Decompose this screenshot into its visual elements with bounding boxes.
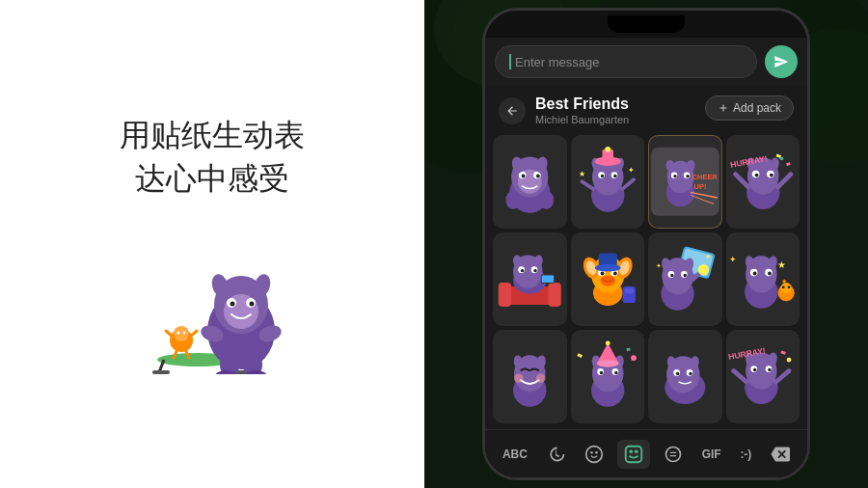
svg-point-127 [698,264,709,275]
svg-text:★: ★ [578,171,584,179]
svg-line-182 [733,371,746,382]
svg-rect-162 [577,354,583,359]
svg-point-144 [787,286,790,289]
sticker-cheer-up[interactable]: CHEER UP! [648,135,722,229]
left-panel: 用贴纸生动表 达心中感受 [0,0,424,488]
svg-point-111 [600,276,614,286]
emoji-button[interactable] [579,441,610,468]
svg-point-188 [596,451,599,454]
svg-point-187 [591,451,594,454]
phone-top-bar [485,11,807,38]
svg-point-124 [670,274,673,277]
message-input-box[interactable]: Enter message [495,45,757,78]
gif-label: GIF [702,447,721,461]
sticker-12[interactable]: HURRAY! [726,330,800,423]
svg-rect-100 [542,276,554,284]
sticker-7[interactable]: ★ ✦ [648,232,722,326]
svg-line-183 [775,371,788,382]
svg-rect-185 [780,351,785,355]
svg-rect-164 [626,348,630,352]
cursor [509,54,511,69]
send-button[interactable] [765,45,798,78]
svg-point-163 [631,356,637,362]
svg-text:✦: ✦ [656,262,662,269]
svg-point-149 [514,374,524,384]
hero-illustration [116,230,309,374]
svg-point-172 [689,372,692,375]
svg-rect-192 [665,447,680,461]
sticker-1[interactable] [493,135,567,229]
svg-point-98 [533,269,536,272]
svg-point-87 [779,157,783,161]
svg-point-52 [600,175,603,177]
svg-point-191 [635,449,638,453]
svg-text:✦: ✦ [628,166,635,175]
sticker-panel-header: Best Friends Michiel Baumgarten Add pack [485,86,807,129]
pack-author: Michiel Baumgarten [535,114,705,125]
svg-point-44 [505,191,520,209]
message-placeholder: Enter message [515,55,599,69]
right-panel: Enter message [424,0,868,488]
svg-point-186 [586,446,603,462]
svg-point-184 [786,358,791,363]
svg-text:CHEER: CHEER [692,174,719,182]
backspace-button[interactable] [765,441,796,468]
svg-point-179 [752,368,755,371]
backspace-icon [771,445,790,464]
svg-point-40 [522,175,526,178]
sticker-grid: ★ ✦ [485,129,807,429]
svg-point-97 [521,269,524,272]
tagline-line1: 用贴纸生动表 [120,114,305,157]
sticker-11[interactable] [648,330,722,423]
bottom-toolbar: ABC [485,429,807,477]
svg-point-143 [781,286,784,289]
sticker-6[interactable] [571,232,645,326]
back-button[interactable] [499,97,526,124]
sticker-9[interactable] [493,330,567,423]
face-button[interactable] [658,441,689,468]
smiley-button[interactable]: :-) [734,444,757,465]
svg-point-109 [600,272,604,276]
svg-point-80 [754,174,758,177]
svg-point-180 [768,368,771,371]
sticker-icon [623,444,644,465]
svg-rect-3 [152,370,170,374]
svg-text:★: ★ [776,259,785,270]
svg-rect-90 [548,283,560,307]
svg-point-110 [612,272,616,276]
keyboard-label: ABC [502,447,528,461]
svg-point-136 [752,272,756,276]
svg-line-58 [622,180,633,190]
svg-rect-86 [786,162,790,166]
svg-point-6 [174,326,189,341]
svg-point-45 [539,191,554,209]
sticker-8[interactable]: ★ ✦ ★ [726,232,800,326]
svg-point-142 [780,283,791,293]
sticker-4[interactable]: HURRAY! [726,135,800,229]
svg-point-69 [686,175,689,177]
svg-point-7 [177,331,180,334]
keyboard-button[interactable]: ABC [497,444,533,465]
phone-content: Enter message [485,38,807,477]
phone-frame: Enter message [482,8,810,480]
svg-point-157 [605,341,610,346]
sticker-button[interactable] [617,440,650,469]
svg-line-83 [777,175,790,187]
svg-point-190 [630,449,634,453]
gif-button[interactable]: GIF [696,444,727,465]
sticker-2[interactable]: ★ ✦ [571,135,645,229]
sticker-10[interactable] [571,330,645,423]
sticker-5[interactable] [493,232,567,326]
svg-point-113 [594,264,620,272]
svg-line-82 [735,175,747,187]
add-pack-button[interactable]: Add pack [705,95,794,121]
face-icon [664,445,683,464]
svg-text:★: ★ [705,253,711,259]
sticker-recent-button[interactable] [541,441,572,468]
svg-point-137 [768,272,772,276]
emoji-icon [584,445,604,464]
svg-rect-89 [499,283,511,307]
tagline-line2: 达心中感受 [120,157,305,201]
message-input-area: Enter message [485,38,807,86]
svg-text:✦: ✦ [728,255,736,264]
